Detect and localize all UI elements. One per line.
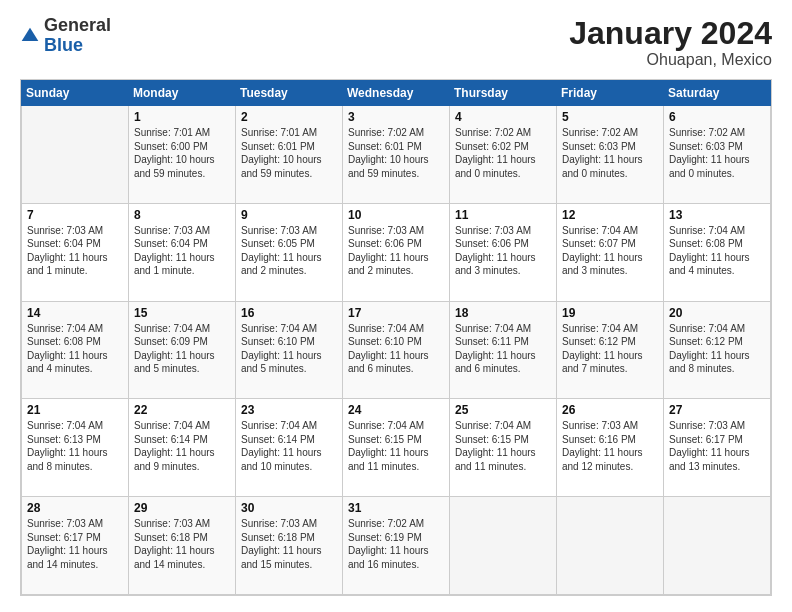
day-cell: 6Sunrise: 7:02 AMSunset: 6:03 PMDaylight… [664, 106, 771, 204]
weekday-header-saturday: Saturday [664, 81, 771, 106]
calendar-header: SundayMondayTuesdayWednesdayThursdayFrid… [22, 81, 771, 106]
day-cell: 14Sunrise: 7:04 AMSunset: 6:08 PMDayligh… [22, 301, 129, 399]
day-number: 10 [348, 208, 444, 222]
weekday-header-friday: Friday [557, 81, 664, 106]
weekday-row: SundayMondayTuesdayWednesdayThursdayFrid… [22, 81, 771, 106]
day-info: Sunrise: 7:04 AMSunset: 6:11 PMDaylight:… [455, 322, 551, 376]
day-cell [557, 497, 664, 595]
day-number: 29 [134, 501, 230, 515]
day-cell: 30Sunrise: 7:03 AMSunset: 6:18 PMDayligh… [236, 497, 343, 595]
day-cell: 11Sunrise: 7:03 AMSunset: 6:06 PMDayligh… [450, 203, 557, 301]
day-cell: 29Sunrise: 7:03 AMSunset: 6:18 PMDayligh… [129, 497, 236, 595]
day-number: 31 [348, 501, 444, 515]
day-info: Sunrise: 7:03 AMSunset: 6:17 PMDaylight:… [27, 517, 123, 571]
weekday-header-monday: Monday [129, 81, 236, 106]
day-number: 27 [669, 403, 765, 417]
day-info: Sunrise: 7:03 AMSunset: 6:06 PMDaylight:… [455, 224, 551, 278]
calendar-body: 1Sunrise: 7:01 AMSunset: 6:00 PMDaylight… [22, 106, 771, 595]
day-cell: 17Sunrise: 7:04 AMSunset: 6:10 PMDayligh… [343, 301, 450, 399]
week-row-2: 14Sunrise: 7:04 AMSunset: 6:08 PMDayligh… [22, 301, 771, 399]
day-number: 9 [241, 208, 337, 222]
day-number: 21 [27, 403, 123, 417]
day-info: Sunrise: 7:04 AMSunset: 6:10 PMDaylight:… [241, 322, 337, 376]
weekday-header-wednesday: Wednesday [343, 81, 450, 106]
svg-rect-1 [28, 37, 33, 40]
week-row-0: 1Sunrise: 7:01 AMSunset: 6:00 PMDaylight… [22, 106, 771, 204]
day-info: Sunrise: 7:02 AMSunset: 6:01 PMDaylight:… [348, 126, 444, 180]
day-cell: 23Sunrise: 7:04 AMSunset: 6:14 PMDayligh… [236, 399, 343, 497]
logo: General Blue [20, 16, 111, 56]
day-info: Sunrise: 7:04 AMSunset: 6:13 PMDaylight:… [27, 419, 123, 473]
day-info: Sunrise: 7:03 AMSunset: 6:04 PMDaylight:… [134, 224, 230, 278]
day-cell: 21Sunrise: 7:04 AMSunset: 6:13 PMDayligh… [22, 399, 129, 497]
day-cell [664, 497, 771, 595]
day-info: Sunrise: 7:02 AMSunset: 6:19 PMDaylight:… [348, 517, 444, 571]
day-number: 14 [27, 306, 123, 320]
day-number: 5 [562, 110, 658, 124]
day-number: 1 [134, 110, 230, 124]
day-info: Sunrise: 7:03 AMSunset: 6:17 PMDaylight:… [669, 419, 765, 473]
day-cell: 1Sunrise: 7:01 AMSunset: 6:00 PMDaylight… [129, 106, 236, 204]
day-number: 2 [241, 110, 337, 124]
day-cell: 26Sunrise: 7:03 AMSunset: 6:16 PMDayligh… [557, 399, 664, 497]
day-number: 7 [27, 208, 123, 222]
day-cell: 27Sunrise: 7:03 AMSunset: 6:17 PMDayligh… [664, 399, 771, 497]
calendar-title: January 2024 [569, 16, 772, 51]
day-cell: 2Sunrise: 7:01 AMSunset: 6:01 PMDaylight… [236, 106, 343, 204]
day-info: Sunrise: 7:03 AMSunset: 6:06 PMDaylight:… [348, 224, 444, 278]
day-cell [450, 497, 557, 595]
day-number: 24 [348, 403, 444, 417]
day-info: Sunrise: 7:04 AMSunset: 6:08 PMDaylight:… [27, 322, 123, 376]
day-cell: 15Sunrise: 7:04 AMSunset: 6:09 PMDayligh… [129, 301, 236, 399]
day-number: 25 [455, 403, 551, 417]
day-info: Sunrise: 7:04 AMSunset: 6:15 PMDaylight:… [348, 419, 444, 473]
day-number: 22 [134, 403, 230, 417]
day-info: Sunrise: 7:04 AMSunset: 6:15 PMDaylight:… [455, 419, 551, 473]
day-number: 4 [455, 110, 551, 124]
day-info: Sunrise: 7:01 AMSunset: 6:00 PMDaylight:… [134, 126, 230, 180]
day-cell: 3Sunrise: 7:02 AMSunset: 6:01 PMDaylight… [343, 106, 450, 204]
day-number: 20 [669, 306, 765, 320]
day-number: 17 [348, 306, 444, 320]
day-number: 12 [562, 208, 658, 222]
day-number: 15 [134, 306, 230, 320]
day-info: Sunrise: 7:04 AMSunset: 6:14 PMDaylight:… [241, 419, 337, 473]
day-info: Sunrise: 7:02 AMSunset: 6:03 PMDaylight:… [562, 126, 658, 180]
day-info: Sunrise: 7:04 AMSunset: 6:12 PMDaylight:… [562, 322, 658, 376]
day-info: Sunrise: 7:02 AMSunset: 6:03 PMDaylight:… [669, 126, 765, 180]
weekday-header-thursday: Thursday [450, 81, 557, 106]
day-number: 23 [241, 403, 337, 417]
logo-text: General Blue [44, 16, 111, 56]
day-cell: 7Sunrise: 7:03 AMSunset: 6:04 PMDaylight… [22, 203, 129, 301]
week-row-3: 21Sunrise: 7:04 AMSunset: 6:13 PMDayligh… [22, 399, 771, 497]
day-info: Sunrise: 7:03 AMSunset: 6:16 PMDaylight:… [562, 419, 658, 473]
day-cell: 25Sunrise: 7:04 AMSunset: 6:15 PMDayligh… [450, 399, 557, 497]
day-cell: 22Sunrise: 7:04 AMSunset: 6:14 PMDayligh… [129, 399, 236, 497]
day-cell: 24Sunrise: 7:04 AMSunset: 6:15 PMDayligh… [343, 399, 450, 497]
calendar-table: SundayMondayTuesdayWednesdayThursdayFrid… [21, 80, 771, 595]
weekday-header-tuesday: Tuesday [236, 81, 343, 106]
day-number: 28 [27, 501, 123, 515]
day-cell: 9Sunrise: 7:03 AMSunset: 6:05 PMDaylight… [236, 203, 343, 301]
calendar: SundayMondayTuesdayWednesdayThursdayFrid… [20, 79, 772, 596]
page: General Blue January 2024 Ohuapan, Mexic… [0, 0, 792, 612]
day-cell: 28Sunrise: 7:03 AMSunset: 6:17 PMDayligh… [22, 497, 129, 595]
day-cell: 19Sunrise: 7:04 AMSunset: 6:12 PMDayligh… [557, 301, 664, 399]
day-cell [22, 106, 129, 204]
header: General Blue January 2024 Ohuapan, Mexic… [20, 16, 772, 69]
day-cell: 10Sunrise: 7:03 AMSunset: 6:06 PMDayligh… [343, 203, 450, 301]
day-number: 26 [562, 403, 658, 417]
day-number: 8 [134, 208, 230, 222]
day-number: 3 [348, 110, 444, 124]
day-cell: 13Sunrise: 7:04 AMSunset: 6:08 PMDayligh… [664, 203, 771, 301]
day-info: Sunrise: 7:04 AMSunset: 6:09 PMDaylight:… [134, 322, 230, 376]
day-info: Sunrise: 7:04 AMSunset: 6:07 PMDaylight:… [562, 224, 658, 278]
day-info: Sunrise: 7:04 AMSunset: 6:10 PMDaylight:… [348, 322, 444, 376]
logo-icon [20, 26, 40, 46]
calendar-subtitle: Ohuapan, Mexico [569, 51, 772, 69]
day-number: 19 [562, 306, 658, 320]
day-info: Sunrise: 7:04 AMSunset: 6:12 PMDaylight:… [669, 322, 765, 376]
logo-general-text: General [44, 15, 111, 35]
day-number: 11 [455, 208, 551, 222]
day-number: 18 [455, 306, 551, 320]
